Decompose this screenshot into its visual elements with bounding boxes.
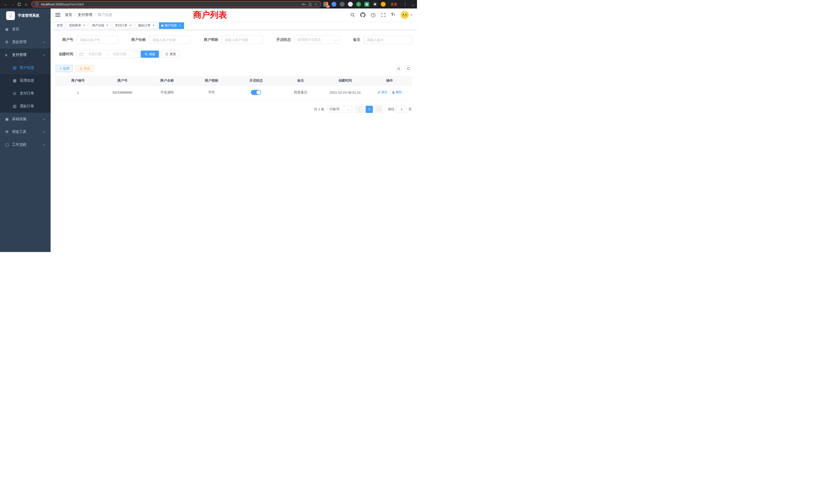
browser-menu-icon[interactable]: ⋮ xyxy=(402,2,408,7)
yen-icon: ¥ xyxy=(5,53,12,57)
sidebar-item-workflow[interactable]: ▢ 工作流程 xyxy=(0,138,50,151)
extension-icon-pin[interactable] xyxy=(373,2,377,7)
help-icon[interactable]: ? xyxy=(371,13,376,18)
edit-button[interactable]: 修改 xyxy=(377,90,388,94)
sidebar: 芋道管理系统 ◉ 首页 ⚙ 系统管理 ¥ 支付管理 ▤ 商户信息 xyxy=(0,8,50,252)
refresh-table-button[interactable] xyxy=(405,65,412,72)
share-icon[interactable] xyxy=(308,2,312,6)
sidebar-item-app-info[interactable]: ▦ 应用信息 xyxy=(0,74,50,87)
page-number-1[interactable]: 1 xyxy=(366,106,373,113)
site-info-icon[interactable] xyxy=(35,2,39,6)
url-bar[interactable]: localhost:1024/pay/merchant ☆ xyxy=(31,1,321,7)
start-date-placeholder: 开始日期 xyxy=(85,52,105,56)
status-select[interactable]: 请选择开启状态 xyxy=(294,36,340,44)
tab-user-group[interactable]: 用户分组 × xyxy=(90,22,111,29)
forward-icon[interactable]: → xyxy=(9,0,16,8)
navbar: 首页 / 支付管理 / 商户信息 ? TT xyxy=(50,8,417,21)
extension-icon-profile[interactable] xyxy=(381,2,386,7)
back-icon[interactable]: ← xyxy=(3,0,9,8)
reload-icon[interactable] xyxy=(16,2,23,6)
sidebar-item-home[interactable]: ◉ 首页 xyxy=(0,23,50,36)
bookmark-star-icon[interactable]: ☆ xyxy=(314,2,317,6)
close-tab-icon[interactable]: × xyxy=(129,24,132,27)
merchant-short-name-input[interactable] xyxy=(222,36,263,44)
chevron-down-icon[interactable] xyxy=(412,4,414,6)
merchant-no-input[interactable] xyxy=(76,36,118,44)
url-host: localhost:1024 xyxy=(41,2,63,6)
end-date-placeholder: 结束日期 xyxy=(110,52,129,56)
extension-icon-drop[interactable] xyxy=(331,2,336,7)
target-icon: ◎ xyxy=(13,91,20,96)
breadcrumb-home[interactable]: 首页 xyxy=(65,13,72,17)
close-tab-icon[interactable]: × xyxy=(178,24,182,27)
extension-icon-colorful[interactable]: 10 xyxy=(323,2,328,7)
cell-actions: 修改 删除 xyxy=(368,86,412,99)
page-size-select[interactable]: 10条/页 xyxy=(327,106,352,113)
font-size-icon[interactable]: TT xyxy=(391,13,395,17)
delete-button[interactable]: 删除 xyxy=(392,90,402,94)
home-icon[interactable]: ⌂ xyxy=(23,0,29,8)
remark-label: 备注 xyxy=(353,38,360,42)
extension-icon-avatar[interactable] xyxy=(348,2,353,7)
extension-badge: 10 xyxy=(326,5,330,8)
breadcrumb-payment[interactable]: 支付管理 xyxy=(78,13,92,17)
close-tab-icon[interactable]: × xyxy=(106,24,109,27)
table-row: 1 M233666999 芋道源码 芋艿 我是备注 2021-10-23 08:… xyxy=(56,86,412,99)
tab-refund-order[interactable]: 退款订单 × xyxy=(136,22,158,29)
filter-row-1: 商户号 商户全称 商户简称 开启状态 请选择开启状态 xyxy=(56,36,412,44)
extension-icon-check[interactable]: ✓ xyxy=(356,2,361,7)
create-time-range-picker[interactable]: 开始日期 - 结束日期 xyxy=(76,50,138,58)
remark-input[interactable] xyxy=(364,36,412,44)
status-label: 开启状态 xyxy=(277,38,291,42)
sidebar-item-refund-order[interactable]: ▥ 退款订单 xyxy=(0,100,50,113)
sidebar-item-devtools[interactable]: ⚒ 研发工具 xyxy=(0,125,50,138)
prev-page-button[interactable]: ‹ xyxy=(356,106,363,113)
chevron-down-icon xyxy=(334,39,337,41)
merchant-full-name-input[interactable] xyxy=(149,36,191,44)
add-button[interactable]: + 新增 xyxy=(56,65,73,72)
goto-page-input[interactable] xyxy=(396,106,407,113)
tab-merchant-info[interactable]: 商户信息 × xyxy=(159,22,184,29)
search-icon[interactable] xyxy=(350,13,355,17)
url-path: /pay/merchant xyxy=(63,2,84,6)
logo[interactable]: 芋道管理系统 xyxy=(0,8,50,23)
status-select-placeholder: 请选择开启状态 xyxy=(298,38,321,42)
card-icon: ▤ xyxy=(13,65,20,70)
reset-button[interactable]: 重置 xyxy=(161,50,180,58)
extension-toolbar: 10 ✓ ▦ 更新 ⋮ xyxy=(323,2,414,7)
hamburger-icon[interactable] xyxy=(55,13,60,17)
sidebar-item-system[interactable]: ⚙ 系统管理 xyxy=(0,36,50,48)
extension-icon-table[interactable]: ▦ xyxy=(364,2,369,7)
close-tab-icon[interactable]: × xyxy=(83,24,86,27)
close-tab-icon[interactable]: × xyxy=(152,24,155,27)
export-button[interactable]: 导出 xyxy=(75,65,94,72)
sidebar-item-merchant-info[interactable]: ▤ 商户信息 xyxy=(0,61,50,74)
tab-process-form[interactable]: 流程表单 × xyxy=(66,22,88,29)
export-button-label: 导出 xyxy=(84,66,90,71)
chevron-up-icon xyxy=(43,54,45,57)
browser-update-button[interactable]: 更新 xyxy=(391,2,397,7)
sidebar-item-payment[interactable]: ¥ 支付管理 xyxy=(0,48,50,61)
tab-label: 退款订单 xyxy=(138,23,151,28)
github-icon[interactable] xyxy=(360,12,366,18)
tab-pay-order[interactable]: 支付订单 × xyxy=(113,22,135,29)
pagination: 共 1 条 10条/页 ‹ 1 › 前往 页 xyxy=(56,106,412,113)
password-key-icon[interactable] xyxy=(302,2,306,6)
next-page-button[interactable]: › xyxy=(375,106,382,113)
toggle-search-button[interactable] xyxy=(395,65,402,72)
fullscreen-icon[interactable] xyxy=(381,13,386,17)
sidebar-item-pay-order[interactable]: ◎ 支付订单 xyxy=(0,87,50,100)
tab-home[interactable]: 首页 xyxy=(54,22,65,29)
user-menu[interactable] xyxy=(400,11,412,19)
tab-label: 商户信息 xyxy=(164,23,177,28)
status-toggle[interactable] xyxy=(251,90,261,95)
extension-icon-dark[interactable] xyxy=(340,2,345,7)
sidebar-item-infrastructure[interactable]: ▣ 基础设施 xyxy=(0,113,50,125)
column-header: 商户编号 xyxy=(56,76,100,86)
search-button[interactable]: 搜索 xyxy=(141,50,159,58)
sidebar-item-label: 支付管理 xyxy=(12,53,26,57)
logo-rabbit-avatar xyxy=(6,11,15,20)
chevron-down-icon xyxy=(43,130,45,133)
column-header: 商户号 xyxy=(100,76,145,86)
pagination-total: 共 1 条 xyxy=(314,107,324,112)
